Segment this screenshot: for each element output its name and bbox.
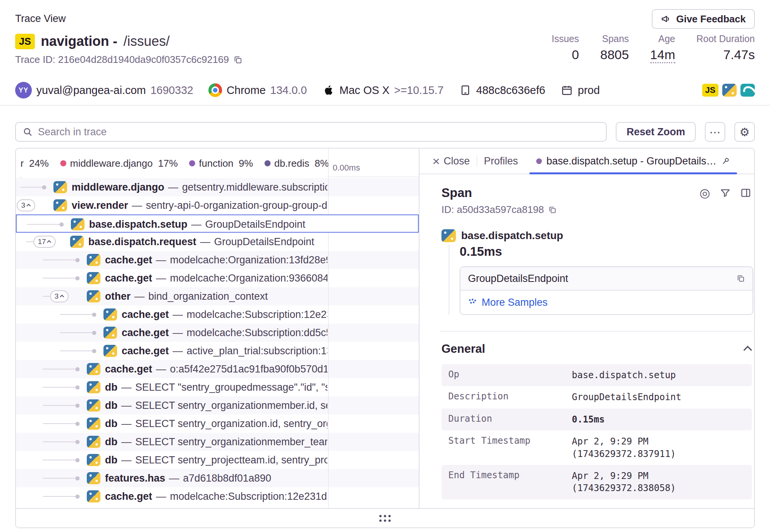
tree-row[interactable]: db—SELECT sentry_projectteam.id, sentry_… <box>16 451 419 469</box>
search-input[interactable] <box>38 126 599 138</box>
page-title: Trace View <box>15 13 66 25</box>
legend-pct: 8% <box>315 158 329 169</box>
general-key: Start Timestamp <box>441 435 572 460</box>
separator: — <box>173 327 183 339</box>
span-op: db <box>105 454 117 466</box>
tree-node-dot <box>92 331 96 335</box>
span-op: cache.get <box>122 345 169 357</box>
tree-row[interactable]: middleware.django—getsentry.middleware.s… <box>16 178 419 196</box>
stat-value: 7.47s <box>696 47 755 62</box>
copy-sample-icon[interactable] <box>737 274 745 283</box>
tree-row[interactable]: 3other—bind_organization_context <box>16 287 419 305</box>
separator: — <box>121 382 131 393</box>
megaphone-icon <box>661 14 671 24</box>
give-feedback-label: Give Feedback <box>676 13 746 25</box>
separator: — <box>156 491 166 502</box>
tree-row[interactable]: db—SELECT sentry_organizationmember_team… <box>16 433 419 451</box>
span-description: modelcache:Subscription:dd5c5b700 <box>187 327 327 339</box>
user-email: yuval@pangea-ai.com <box>36 84 146 97</box>
tab-profiles[interactable]: Profiles <box>479 149 523 174</box>
device-id: 488c8c636ef6 <box>476 84 545 97</box>
collapse-badge[interactable]: 3 <box>50 290 69 302</box>
collapse-badge[interactable]: 17 <box>33 236 56 248</box>
copy-span-id-icon[interactable] <box>548 206 557 214</box>
tree-row[interactable]: cache.get—active_plan_trial:subscription… <box>16 342 419 360</box>
copy-trace-id-icon[interactable] <box>233 55 243 64</box>
collapse-badge[interactable]: 3 <box>17 199 35 211</box>
span-op: cache.get <box>105 254 152 266</box>
python-icon <box>87 436 100 448</box>
funnel-icon[interactable] <box>720 188 731 198</box>
separator: — <box>156 272 166 284</box>
tree-row[interactable]: cache.get—modelcache:Subscription:12e231… <box>16 487 419 505</box>
general-value-line: (1743629372.837911) <box>572 448 752 460</box>
pin-icon[interactable] <box>721 156 730 166</box>
general-key: Op <box>441 369 572 381</box>
layout-columns-icon[interactable] <box>740 188 751 198</box>
legend-dot <box>60 160 66 166</box>
stat-value[interactable]: 14m <box>650 47 675 63</box>
span-id-label: ID: a50d33a597ca8198 <box>441 204 544 216</box>
tree-connector <box>43 478 75 479</box>
device-icon <box>459 84 472 97</box>
general-value-line: 0.15ms <box>572 413 752 426</box>
close-panel-button[interactable]: × Close <box>428 149 474 174</box>
tree-row[interactable]: cache.get—modelcache:Organization:13fd28… <box>16 251 419 269</box>
span-op: view.render <box>72 200 128 211</box>
tree-row[interactable]: db—SELECT "sentry_groupedmessage"."id", … <box>16 378 419 396</box>
tree-row[interactable]: cache.get—modelcache:Subscription:dd5c5b… <box>16 324 419 342</box>
span-description: modelcache:Subscription:12e231d1b <box>187 309 327 321</box>
legend-item[interactable]: middleware.django17% <box>60 158 178 169</box>
separator: — <box>191 219 202 230</box>
tree-row[interactable]: cache.get—o:a5f42e275d1ac91fba90f0b570d1… <box>16 360 419 378</box>
give-feedback-button[interactable]: Give Feedback <box>652 9 755 29</box>
tree-row[interactable]: 17base.dispatch.request—GroupDetailsEndp… <box>16 233 419 251</box>
collapse-general-icon[interactable] <box>743 346 752 355</box>
tab-span-details[interactable]: base.dispatch.setup - GroupDetails… <box>529 149 737 174</box>
legend-item[interactable]: function9% <box>189 158 253 169</box>
more-options-button[interactable]: ⋯ <box>705 122 725 142</box>
span-op: db <box>105 418 117 430</box>
os-meta: Mac OS X >=10.15.7 <box>322 84 444 97</box>
general-section-title: General <box>441 342 485 356</box>
python-icon <box>87 363 100 375</box>
general-key: End Timestamp <box>441 470 572 494</box>
ellipsis-icon: ⋯ <box>709 125 721 139</box>
legend-item[interactable]: r24% <box>20 158 49 169</box>
span-op: cache.get <box>105 272 152 284</box>
drag-handle-icon[interactable] <box>379 515 391 522</box>
python-icon <box>53 199 67 211</box>
legend-label: db.redis <box>274 158 310 169</box>
tree-connector <box>43 260 75 260</box>
tree-row[interactable]: db—SELECT sentry_organization.id, sentry… <box>16 415 419 433</box>
os-version: >=10.15.7 <box>394 84 444 97</box>
span-op: middleware.django <box>72 182 164 193</box>
apple-icon <box>322 84 335 97</box>
tree-row[interactable]: cache.get—modelcache:Subscription:12e231… <box>16 305 419 324</box>
span-description: SELECT sentry_organization.id, sentry_or… <box>135 418 327 430</box>
tree-row[interactable]: features.has—a7d618b8df01a890 <box>16 469 419 487</box>
legend-item[interactable]: db.redis8% <box>264 158 329 169</box>
tree-node-dot <box>75 422 80 426</box>
separator: — <box>121 400 131 412</box>
search-box[interactable] <box>15 122 607 142</box>
toolbar: Reset Zoom ⋯ ⚙ <box>15 122 755 142</box>
tree-timeline-divider[interactable] <box>328 149 329 510</box>
reset-zoom-button[interactable]: Reset Zoom <box>616 122 696 142</box>
more-samples-link[interactable]: More Samples <box>460 291 753 314</box>
tree-connector <box>43 441 75 442</box>
span-description: SELECT sentry_projectteam.id, sentry_pro… <box>135 454 327 466</box>
tree-row[interactable]: db—SELECT sentry_organizationmember.id, … <box>16 396 419 415</box>
legend-dot <box>264 160 271 166</box>
span-row-label: db—SELECT "sentry_groupedmessage"."id", … <box>105 378 327 396</box>
calendar-icon <box>560 84 573 97</box>
tree-row[interactable]: base.dispatch.setup—GroupDetailsEndpoint <box>16 214 419 233</box>
separator: — <box>168 182 178 193</box>
separator: — <box>173 309 183 321</box>
browser-name: Chrome <box>227 84 266 97</box>
settings-button[interactable]: ⚙ <box>734 122 755 142</box>
focus-icon[interactable]: ◎ <box>700 186 710 200</box>
tree-row[interactable]: cache.get—modelcache:Organization:936608… <box>16 269 419 287</box>
tree-row[interactable]: 3view.render—sentry-api-0-organization-g… <box>16 196 419 214</box>
panel-body: Span ◎ <box>419 174 755 499</box>
